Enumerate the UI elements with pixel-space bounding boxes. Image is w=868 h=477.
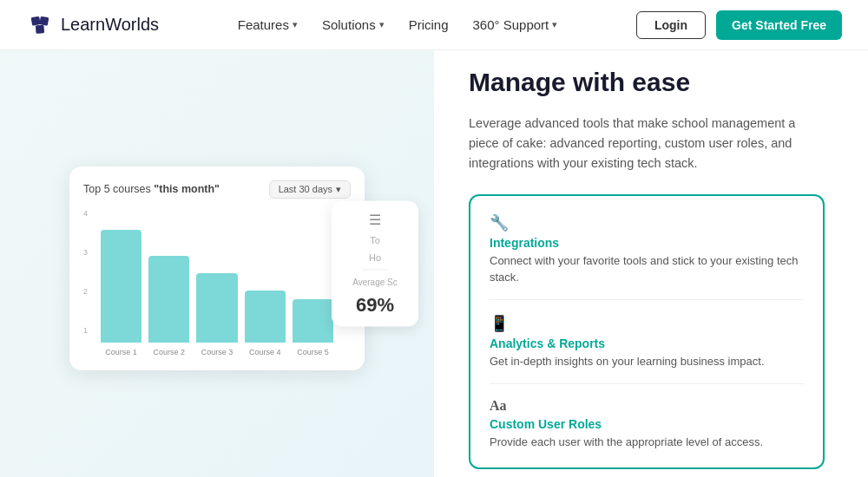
integrations-desc: Connect with your favorite tools and sti… [490,253,804,284]
bar-label-2: Course 2 [154,348,186,356]
bar-label-3: Course 3 [201,348,233,356]
bar-column-1: Course 1 [101,230,141,356]
bar-column-5: Course 5 [293,299,333,356]
bar-chart: 4 3 2 1 Course 1 Course 2 [83,209,351,356]
analytics-desc: Get in-depth insights on your learning b… [490,354,804,369]
bar-5 [293,299,333,343]
login-button[interactable]: Login [636,11,706,39]
chart-y-axis: 4 3 2 1 [83,209,88,336]
nav-features[interactable]: Features ▾ [238,17,298,32]
nav-support[interactable]: 360° Support ▾ [473,17,558,32]
svg-rect-0 [31,16,41,25]
bar-4 [245,291,286,343]
bar-column-3: Course 3 [196,273,237,356]
section-description: Leverage advanced tools that make school… [469,114,825,174]
feature-analytics: 📱 Analytics & Reports Get in-depth insig… [490,314,804,369]
user-roles-icon: Aa [490,398,804,414]
chevron-down-icon: ▾ [336,184,341,195]
dashboard-title: Top 5 courses "this month" [83,183,220,195]
integrations-title: Integrations [490,236,804,250]
svg-rect-1 [39,16,49,25]
integrations-icon: 🔧 [490,213,804,232]
right-panel: Manage with ease Leverage advanced tools… [434,50,868,477]
panel-avg-label: Average Sc [352,278,398,287]
nav-actions: Login Get Started Free [636,10,842,40]
user-roles-desc: Provide each user with the appropriate l… [490,435,804,450]
panel-score-value: 69% [356,294,394,317]
bar-3 [196,273,237,343]
nav-pricing[interactable]: Pricing [409,17,449,32]
get-started-button[interactable]: Get Started Free [716,10,842,40]
chart-bars: Course 1 Course 2 Course 3 Course 4 [83,231,351,356]
svg-rect-2 [36,24,44,33]
section-title: Manage with ease [469,67,825,98]
divider [362,270,388,271]
bar-1 [101,230,141,343]
bar-label-4: Course 4 [249,348,281,356]
panel-to-label: To [370,235,380,245]
features-box: 🔧 Integrations Connect with your favorit… [469,194,825,469]
user-roles-title: Custom User Roles [490,417,804,431]
feature-user-roles: Aa Custom User Roles Provide each user w… [490,398,804,450]
main-content: Top 5 courses "this month" Last 30 days … [0,50,868,477]
date-filter-dropdown[interactable]: Last 30 days ▾ [269,180,351,199]
chevron-down-icon: ▾ [293,19,298,30]
dashboard-header: Top 5 courses "this month" Last 30 days … [83,180,351,199]
logo-text: LearnWorlds [61,15,159,35]
chevron-down-icon: ▾ [379,19,385,30]
chevron-down-icon: ▾ [552,19,557,30]
bar-2 [148,256,189,343]
bar-label-5: Course 5 [297,348,329,356]
nav-solutions[interactable]: Solutions ▾ [322,17,385,32]
feature-integrations: 🔧 Integrations Connect with your favorit… [490,213,804,284]
feature-divider-1 [490,299,804,300]
nav-links: Features ▾ Solutions ▾ Pricing 360° Supp… [238,17,558,32]
navbar: LearnWorlds Features ▾ Solutions ▾ Prici… [0,0,868,50]
bar-column-2: Course 2 [148,256,189,356]
feature-divider-2 [490,383,804,384]
panel-icon: ☰ [369,212,381,228]
logo[interactable]: LearnWorlds [26,11,159,39]
logo-icon [26,11,54,39]
analytics-icon: 📱 [490,314,804,333]
bar-label-1: Course 1 [105,348,137,356]
panel-ho-label: Ho [369,252,381,263]
bar-column-4: Course 4 [245,291,286,356]
dashboard-card: Top 5 courses "this month" Last 30 days … [69,167,365,370]
left-panel: Top 5 courses "this month" Last 30 days … [0,50,434,477]
analytics-title: Analytics & Reports [490,337,804,350]
side-stats-panel: ☰ To Ho Average Sc 69% [332,201,418,327]
